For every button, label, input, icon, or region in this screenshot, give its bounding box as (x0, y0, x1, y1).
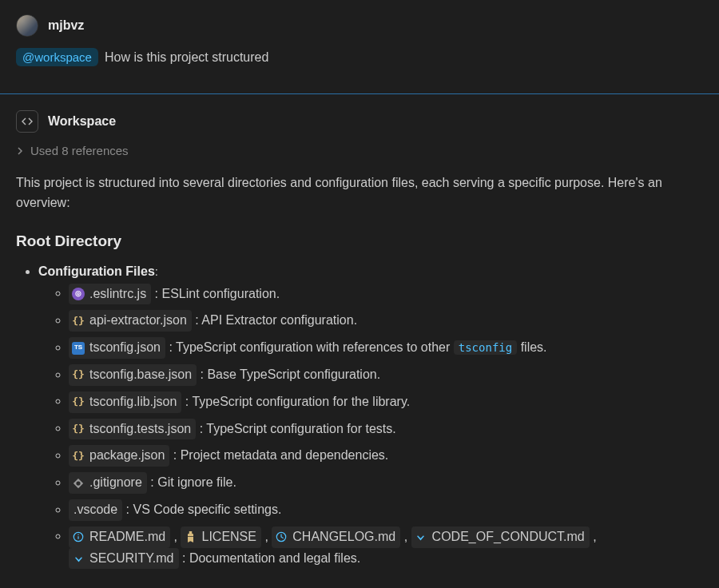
arrow-down-icon (72, 552, 85, 565)
references-label: Used 8 references (30, 144, 129, 157)
json-icon: {} (72, 423, 85, 435)
section-heading: Root Directory (16, 232, 703, 250)
arrow-down-icon (415, 530, 427, 543)
assistant-header: Workspace (16, 110, 703, 133)
json-icon: {} (72, 315, 85, 328)
json-icon: {} (72, 450, 85, 463)
list-item: {} tsconfig.lib.json : TypeScript config… (69, 391, 703, 413)
file-chip-vscode[interactable]: .vscode (69, 499, 122, 521)
json-icon: {} (72, 368, 85, 381)
prompt-text: How is this project structured (105, 50, 268, 65)
svg-point-2 (77, 534, 78, 535)
file-chip-changelog[interactable]: CHANGELOG.md (272, 526, 400, 548)
typescript-icon: TS (72, 342, 85, 355)
avatar (16, 14, 38, 37)
assistant-name: Workspace (48, 114, 116, 129)
username: mjbvz (48, 18, 84, 33)
file-chip-conduct[interactable]: CODE_OF_CONDUCT.md (411, 526, 590, 548)
references-toggle[interactable]: Used 8 references (16, 144, 703, 157)
changelog-icon (275, 530, 288, 543)
file-chip-license[interactable]: LICENSE (181, 526, 260, 548)
intro-paragraph: This project is structured into several … (16, 173, 703, 213)
file-chip-security[interactable]: SECURITY.md (69, 548, 179, 570)
info-icon (72, 530, 85, 543)
list-item: {} package.json : Project metadata and d… (69, 445, 703, 467)
list-item: .gitignore : Git ignore file. (69, 472, 703, 494)
file-chip-package-json[interactable]: {} package.json (69, 445, 169, 467)
list-item: .vscode : VS Code specific settings. (69, 499, 703, 521)
file-chip-readme[interactable]: README.md (69, 526, 170, 548)
file-chip-tsconfig-tests[interactable]: {} tsconfig.tests.json (69, 419, 196, 440)
file-chip-gitignore[interactable]: .gitignore (69, 472, 147, 494)
list-item: README.md , LICENSE , CHANGE (69, 526, 703, 570)
file-chip-api-extractor[interactable]: {} api-extractor.json (69, 310, 192, 332)
user-header: mjbvz (16, 14, 703, 37)
code-inline: tsconfig (454, 340, 517, 355)
list-item: ◎ .eslintrc.js : ESLint configuration. (69, 284, 703, 305)
file-chip-tsconfig-base[interactable]: {} tsconfig.base.json (69, 364, 197, 386)
file-chip-tsconfig-lib[interactable]: {} tsconfig.lib.json (69, 391, 181, 413)
user-prompt: @workspace How is this project structure… (16, 48, 703, 66)
config-files-list: ◎ .eslintrc.js : ESLint configuration. {… (38, 284, 703, 570)
list-item: {} api-extractor.json : API Extractor co… (69, 310, 703, 332)
eslint-icon: ◎ (72, 288, 85, 300)
mention-chip[interactable]: @workspace (16, 48, 98, 66)
list-item: TS tsconfig.json : TypeScript configurat… (69, 337, 703, 359)
group-label: Configuration Files (38, 264, 155, 278)
root-list: Configuration Files: ◎ .eslintrc.js : ES… (16, 264, 703, 570)
file-chip-tsconfig[interactable]: TS tsconfig.json (69, 337, 165, 359)
gitignore-icon (72, 477, 85, 490)
chevron-right-icon (16, 147, 24, 155)
code-icon (16, 110, 38, 133)
file-chip-eslintrc[interactable]: ◎ .eslintrc.js (69, 284, 151, 305)
list-item: {} tsconfig.tests.json : TypeScript conf… (69, 419, 703, 440)
json-icon: {} (72, 395, 85, 408)
list-item: {} tsconfig.base.json : Base TypeScript … (69, 364, 703, 386)
license-icon (184, 530, 197, 543)
